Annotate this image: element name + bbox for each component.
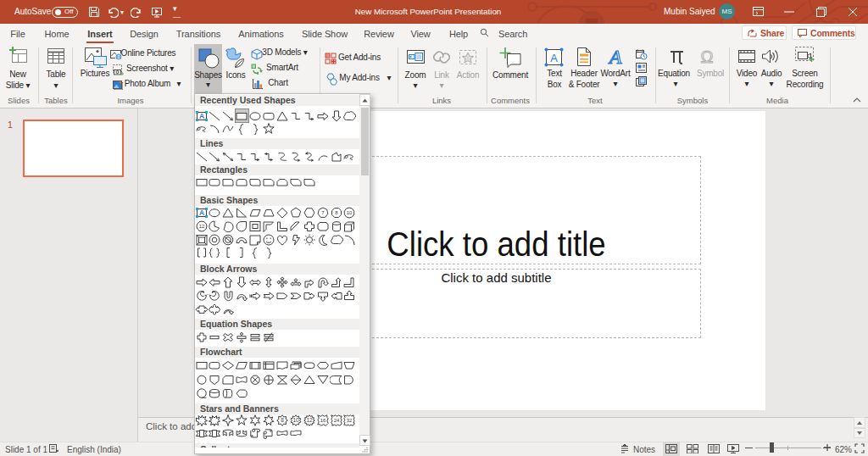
svg-text:12: 12 — [198, 224, 204, 229]
svg-text:A: A — [608, 47, 622, 66]
svg-text:10: 10 — [292, 417, 299, 423]
svg-text:24: 24 — [333, 418, 339, 423]
svg-text:A: A — [550, 52, 558, 64]
svg-text:Ω: Ω — [701, 47, 714, 66]
svg-text:7: 7 — [321, 210, 325, 215]
svg-text:16: 16 — [320, 418, 326, 423]
svg-text:8: 8 — [335, 210, 338, 215]
svg-text:A: A — [198, 209, 203, 217]
svg-text:12: 12 — [306, 417, 313, 423]
svg-text:32: 32 — [347, 418, 353, 423]
svg-text:8: 8 — [281, 417, 284, 423]
svg-text:10: 10 — [347, 210, 353, 215]
svg-text:A: A — [198, 112, 203, 120]
